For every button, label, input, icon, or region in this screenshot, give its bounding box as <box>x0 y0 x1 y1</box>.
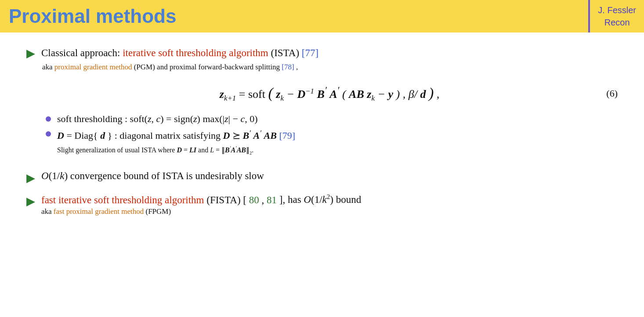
sb2-prime4: ′ <box>260 128 261 137</box>
note-L: L <box>210 146 214 154</box>
formula-paren-open2: ( <box>342 88 346 101</box>
header: Proximal methods J. Fessler Recon <box>0 0 644 32</box>
bullet-classical: ▶ Classical approach: iterative soft thr… <box>26 46 618 162</box>
note-and: and <box>196 146 210 154</box>
aka-line-1: aka proximal gradient method (PGM) and p… <box>42 63 618 72</box>
formula-paren-close1: ) <box>396 88 400 101</box>
sub-bullet-D: D = Diag{ d } : diagonal matrix satisfyi… <box>46 128 618 141</box>
sb2-rest: } : diagonal matrix satisfying <box>108 130 223 141</box>
convergence-text: O(1/k) convergence bound of ISTA is unde… <box>41 170 264 181</box>
sub-bullets: soft thresholding : soft(z, c) = sign(z)… <box>46 113 618 155</box>
sb2-D: D <box>57 130 64 141</box>
equation-number: (6) <box>606 88 618 99</box>
fista-highlight: fast iterative soft thresholding algorit… <box>41 194 204 205</box>
formula-AB: AB <box>349 88 364 101</box>
author-area: J. Fessler Recon <box>588 0 644 32</box>
formula-zk2: z <box>367 88 371 101</box>
formula-comma-beta: , β/ <box>403 88 417 101</box>
formula-soft: soft <box>248 88 265 101</box>
classical-intro: Classical approach: <box>41 47 123 58</box>
formula-prime2: ′ <box>337 85 340 96</box>
sb2-AB2: AB <box>264 130 277 141</box>
sb2-eq: = Diag{ <box>66 130 98 141</box>
formula-d: d <box>420 88 426 101</box>
ref-80: 80 <box>249 194 259 205</box>
fista-middle: (FISTA) [ <box>206 194 246 205</box>
formula-block: zk+1 = soft ( zk − D−1 B′ A′ ( AB zk − y… <box>41 85 618 103</box>
note-A3: A <box>231 146 235 154</box>
dot-icon-1 <box>46 116 51 122</box>
aka-prefix: aka <box>42 63 54 71</box>
formula-prime1: ′ <box>325 85 327 96</box>
formula-big-paren-close: ) <box>429 85 434 101</box>
note-D: D <box>177 146 182 154</box>
formula-lhs-sub: k+1 <box>224 94 236 102</box>
fpgm-end: (FPGM) <box>145 207 171 216</box>
ista-after: (ISTA) <box>271 47 301 58</box>
bullet1-content: Classical approach: iterative soft thres… <box>41 46 618 162</box>
classical-line: Classical approach: iterative soft thres… <box>41 46 618 61</box>
note-AB3: AB <box>237 146 246 154</box>
fista-aka-prefix: aka <box>41 207 54 216</box>
formula-minus1: − <box>286 88 297 101</box>
arrow-icon-1: ▶ <box>26 47 35 60</box>
title-area: Proximal methods <box>0 0 185 32</box>
bullet3-content: fast iterative soft thresholding algorit… <box>41 194 618 216</box>
fpgm-highlight: fast proximal gradient method <box>54 207 144 216</box>
formula-B: B <box>317 88 325 101</box>
author-line2: Recon <box>604 16 630 29</box>
formula-trailing-comma: , <box>437 88 440 101</box>
sb2-D2: D <box>223 130 230 141</box>
ref-81: 81 <box>267 194 277 205</box>
fista-line: fast iterative soft thresholding algorit… <box>41 194 618 206</box>
sb2-d: d <box>100 130 105 141</box>
sb2-B2: B <box>242 130 249 141</box>
formula-y: y <box>388 88 393 101</box>
note-eq2: = <box>182 146 189 154</box>
sub-bullet-soft: soft thresholding : soft(z, c) = sign(z)… <box>46 113 618 125</box>
note-eq3: = ‖ <box>214 146 225 154</box>
ref-77: [77] <box>302 47 318 58</box>
note-period: . <box>252 146 253 154</box>
formula-lhs: z <box>220 88 224 101</box>
pgm-highlight: proximal gradient method <box>54 63 132 71</box>
formula-zk: z <box>276 88 280 101</box>
ref-78: [78] <box>282 63 294 71</box>
ista-highlight: iterative soft thresholding algorithm <box>123 47 268 58</box>
sb2-prime3: ′ <box>249 128 251 137</box>
sub-bullet1-text: soft thresholding : soft(z, c) = sign(z)… <box>57 113 257 125</box>
formula-content: zk+1 = soft ( zk − D−1 B′ A′ ( AB zk − y… <box>220 85 439 103</box>
formula-D: D <box>297 88 305 101</box>
arrow-icon-2: ▶ <box>26 171 35 185</box>
dot-icon-2 <box>46 131 51 137</box>
bullet2-content: O(1/k) convergence bound of ISTA is unde… <box>41 170 618 182</box>
ref-79: [79] <box>279 130 295 141</box>
note-norm-end: ‖ <box>246 146 250 154</box>
aka-line-2: aka fast proximal gradient method (FPGM) <box>41 207 618 216</box>
main-content: ▶ Classical approach: iterative soft thr… <box>0 32 644 238</box>
formula-zk-sub: k <box>280 94 284 102</box>
formula-A: A <box>329 88 337 101</box>
author-line1: J. Fessler <box>598 4 636 16</box>
formula-minus2: − <box>377 88 388 101</box>
pgm-middle: (PGM) and proximal forward-backward spli… <box>134 63 282 71</box>
note-B3: B <box>225 146 230 154</box>
sub-bullet2-text: D = Diag{ d } : diagonal matrix satisfyi… <box>57 128 295 141</box>
formula-Dexp: −1 <box>305 87 314 95</box>
page-title: Proximal methods <box>9 5 176 27</box>
formula-zk2-sub: k <box>371 94 375 102</box>
bullet-convergence: ▶ O(1/k) convergence bound of ISTA is un… <box>26 170 618 185</box>
formula-eq: = <box>239 88 248 101</box>
fista-comma: , <box>262 194 267 205</box>
arrow-icon-3: ▶ <box>26 195 35 208</box>
comma-1: , <box>296 63 298 71</box>
note-LI: LI <box>189 146 196 154</box>
sb2-A2: A <box>253 130 260 141</box>
bullet-fista: ▶ fast iterative soft thresholding algor… <box>26 194 618 216</box>
formula-big-paren-open: ( <box>268 85 273 101</box>
sub-note: Slight generalization of usual ISTA wher… <box>57 145 618 155</box>
sb2-succeq: ⪰ <box>232 130 243 141</box>
fista-rest: ], has O(1/k2) bound <box>279 194 361 205</box>
